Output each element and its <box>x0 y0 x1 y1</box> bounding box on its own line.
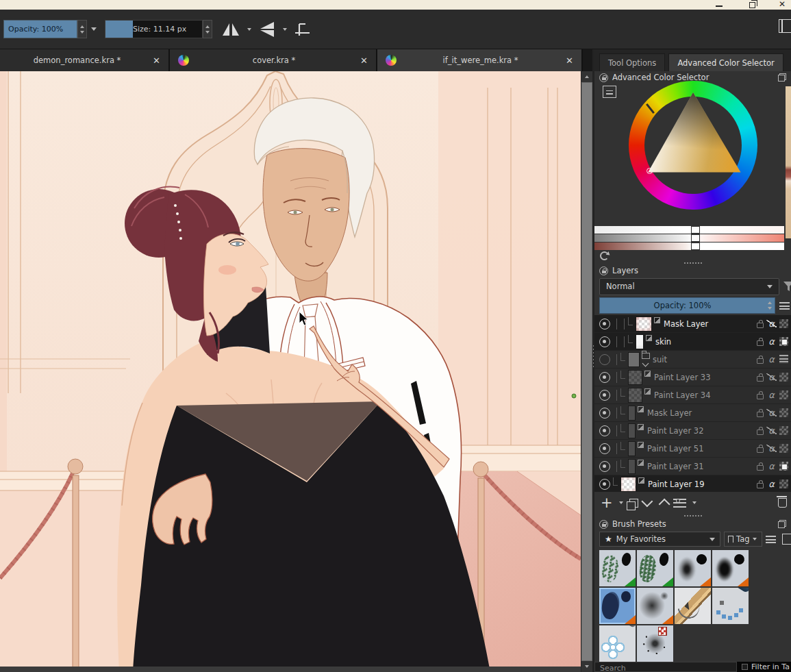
lock-icon[interactable] <box>757 323 764 328</box>
brush-preset-shapes[interactable] <box>599 625 636 662</box>
blend-mode-select[interactable]: Normal <box>599 278 779 295</box>
layer-thumbnail[interactable] <box>628 459 636 474</box>
docker-lock-icon[interactable] <box>599 266 608 275</box>
layer-row[interactable]: skin α <box>594 333 791 351</box>
alpha-lock-icon[interactable] <box>779 426 788 435</box>
scroll-up-icon[interactable] <box>581 71 592 82</box>
preset-search-input[interactable]: Search <box>594 662 737 672</box>
layer-thumbnail[interactable] <box>628 441 636 456</box>
layer-properties-dropdown-icon[interactable] <box>692 501 696 504</box>
tab-close-icon[interactable]: ✕ <box>360 55 368 66</box>
scroll-down-icon[interactable] <box>581 661 592 672</box>
brush-preset-spray[interactable] <box>637 625 673 662</box>
add-layer-dropdown-icon[interactable] <box>619 501 623 504</box>
lock-icon[interactable] <box>757 340 764 346</box>
mirror-horizontal-icon[interactable] <box>221 21 240 38</box>
layer-thumbnail[interactable] <box>628 370 642 385</box>
layer-thumbnail[interactable] <box>636 334 644 349</box>
opacity-spinner[interactable] <box>77 20 87 38</box>
shade-strip-1[interactable] <box>594 226 784 234</box>
layer-row[interactable]: suit α <box>594 351 791 369</box>
brush-preset-ink-pen[interactable] <box>712 588 749 624</box>
alpha-lock-icon[interactable] <box>779 319 788 328</box>
presets-view-icon[interactable] <box>766 536 776 543</box>
layer-thumbnail[interactable] <box>628 352 640 367</box>
filter-layers-icon[interactable] <box>783 282 791 291</box>
lock-icon[interactable] <box>757 430 764 435</box>
docker-float-icon[interactable] <box>778 520 786 528</box>
color-wheel[interactable] <box>629 81 757 210</box>
tab-tool-options[interactable]: Tool Options <box>599 53 665 71</box>
layer-row[interactable]: Mask Layer α <box>594 404 791 422</box>
move-layer-down-icon[interactable] <box>641 495 653 507</box>
visibility-eye-icon[interactable] <box>599 336 610 347</box>
docker-lock-icon[interactable] <box>599 73 608 82</box>
inherit-alpha-icon[interactable]: α <box>767 390 776 399</box>
layer-properties-icon[interactable] <box>673 499 686 508</box>
visibility-eye-icon[interactable] <box>599 354 610 365</box>
alpha-lock-icon[interactable] <box>779 373 788 382</box>
scrollbar-thumb[interactable] <box>581 82 592 661</box>
layer-thumbnail[interactable] <box>628 423 636 438</box>
layer-row[interactable]: Paint Layer 34 α <box>594 386 791 404</box>
layer-row[interactable]: Mask Layer α <box>594 315 791 333</box>
close-icon[interactable]: ✕ <box>779 1 786 8</box>
alpha-lock-icon[interactable] <box>779 480 788 488</box>
visibility-eye-icon[interactable] <box>599 479 610 490</box>
shade-selector[interactable] <box>594 226 784 251</box>
inherit-alpha-icon[interactable]: α <box>767 408 776 417</box>
lock-icon[interactable] <box>757 376 764 382</box>
inherit-alpha-icon[interactable]: α <box>767 337 776 346</box>
shade-handle[interactable] <box>691 234 700 242</box>
brush-preset-speckle-green[interactable] <box>599 550 636 586</box>
layer-thumbnail[interactable] <box>628 406 636 421</box>
minimize-icon[interactable] <box>716 5 723 7</box>
layer-opacity-slider[interactable]: Opacity: 100% <box>599 297 775 314</box>
lock-icon[interactable] <box>757 483 764 488</box>
layer-row[interactable]: Paint Layer 32 α <box>594 422 791 440</box>
inherit-alpha-icon[interactable]: α <box>767 319 776 328</box>
shade-strip-3[interactable] <box>594 242 784 250</box>
visibility-eye-icon[interactable] <box>599 443 610 454</box>
shade-strip-2[interactable] <box>594 234 784 242</box>
shade-handle[interactable] <box>691 242 700 250</box>
visibility-eye-icon[interactable] <box>599 319 610 329</box>
tab-close-icon[interactable]: ✕ <box>153 55 160 66</box>
tab-cover[interactable]: cover.kra * ✕ <box>170 49 377 71</box>
move-layer-up-icon[interactable] <box>658 499 670 510</box>
layer-thumbnail[interactable] <box>620 477 636 492</box>
tag-filter-select[interactable]: ★ My Favorites <box>599 532 720 547</box>
splitter-dots[interactable] <box>684 262 702 264</box>
refresh-shades-icon[interactable] <box>600 251 609 260</box>
inherit-alpha-icon[interactable]: α <box>767 480 776 488</box>
maximize-icon[interactable] <box>749 2 755 8</box>
mirror-vertical-icon[interactable] <box>258 21 276 38</box>
color-history-strip[interactable] <box>786 86 791 238</box>
brush-preset-speckle-green-dense[interactable] <box>637 550 673 586</box>
visibility-eye-icon[interactable] <box>599 408 610 419</box>
brush-preset-soft[interactable] <box>675 550 711 586</box>
brush-preset-pencil[interactable] <box>675 588 711 624</box>
presets-display-icon[interactable] <box>782 534 791 545</box>
layer-thumbnail[interactable] <box>636 316 652 332</box>
workspace-chooser-icon[interactable] <box>779 19 791 33</box>
layer-row[interactable]: Paint Layer 19 α <box>594 475 791 492</box>
selector-settings-icon[interactable] <box>603 86 616 98</box>
alpha-lock-icon[interactable] <box>779 390 788 399</box>
brush-preset-soft-dark[interactable] <box>712 550 749 586</box>
visibility-eye-icon[interactable] <box>599 372 610 383</box>
brush-preset-wet-blue[interactable] <box>599 588 636 624</box>
inherit-alpha-icon[interactable]: α <box>767 355 776 364</box>
inherit-alpha-icon[interactable]: α <box>767 444 776 453</box>
inherit-alpha-icon[interactable]: α <box>767 373 776 382</box>
canvas-scrollbar[interactable] <box>581 71 592 672</box>
alpha-lock-icon[interactable] <box>779 462 788 471</box>
mirror-horizontal-dropdown-icon[interactable] <box>242 28 256 31</box>
brush-preset-blur[interactable] <box>637 588 673 624</box>
docker-float-icon[interactable] <box>778 73 786 82</box>
lock-icon[interactable] <box>757 412 764 417</box>
tab-demon-romance[interactable]: demon_romance.kra * ✕ <box>0 49 170 71</box>
alpha-lock-icon[interactable] <box>779 355 788 364</box>
tag-button[interactable]: Tag <box>724 532 762 547</box>
opacity-slider[interactable]: Opacity: 100% <box>3 20 77 38</box>
